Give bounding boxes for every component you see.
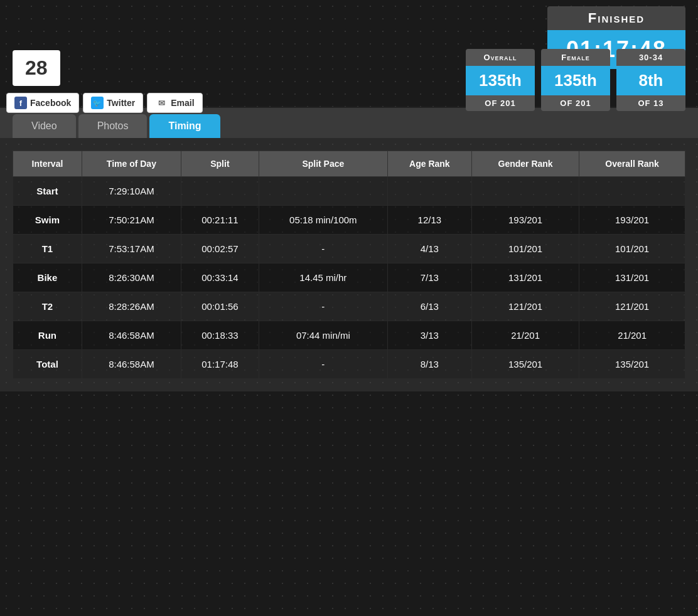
facebook-button[interactable]: f Facebook [6,93,79,113]
table-row: T17:53:17AM00:02:57-4/13101/201101/201 [13,235,685,263]
table-cell: 14.45 mi/hr [259,263,387,292]
table-cell: Start [13,177,82,206]
table-cell: 4/13 [387,235,471,263]
table-row: Swim7:50:21AM00:21:1105:18 min/100m12/13… [13,206,685,235]
rank-box: Overall 135th of 201 [466,49,535,111]
table-cell [387,177,471,206]
table-cell: 8:46:58AM [82,350,181,379]
facebook-label: Facebook [30,98,71,108]
table-cell [259,177,387,206]
table-cell: 135/201 [579,350,685,379]
finished-label: Finished [547,6,685,30]
table-cell: Bike [13,263,82,292]
table-cell: 00:01:56 [181,292,259,321]
table-cell: - [259,235,387,263]
table-cell: 00:02:57 [181,235,259,263]
rank-of: of 13 [616,95,685,111]
table-cell: 07:44 min/mi [259,321,387,350]
rank-of: of 201 [466,95,535,111]
table-cell: 7/13 [387,263,471,292]
table-header: Overall Rank [579,151,685,177]
table-header: Time of Day [82,151,181,177]
table-cell: 00:33:14 [181,263,259,292]
table-cell: 193/201 [579,206,685,235]
table-cell: Swim [13,206,82,235]
email-button[interactable]: ✉ Email [147,93,202,113]
twitter-button[interactable]: 🐦 Twitter [83,93,143,113]
table-cell: 131/201 [471,263,579,292]
table-cell: 135/201 [471,350,579,379]
table-cell: 7:50:21AM [82,206,181,235]
table-area: IntervalTime of DaySplitSplit PaceAge Ra… [0,138,698,391]
rank-label: Female [541,49,610,66]
rank-value: 135th [466,66,535,95]
table-cell: 21/201 [579,321,685,350]
rank-value: 8th [616,66,685,95]
table-row: Bike8:26:30AM00:33:1414.45 mi/hr7/13131/… [13,263,685,292]
table-cell: 7:29:10AM [82,177,181,206]
table-cell: 131/201 [579,263,685,292]
twitter-label: Twitter [107,98,135,108]
table-cell: T2 [13,292,82,321]
social-area: f Facebook 🐦 Twitter ✉ Email [6,93,203,113]
table-row: Run8:46:58AM00:18:3307:44 min/mi3/1321/2… [13,321,685,350]
table-cell: 05:18 min/100m [259,206,387,235]
tab-photos[interactable]: Photos [78,114,148,138]
table-header: Split [181,151,259,177]
rank-value: 135th [541,66,610,95]
table-cell: 21/201 [471,321,579,350]
table-cell: - [259,350,387,379]
bib-number: 28 [13,50,60,86]
table-row: T28:28:26AM00:01:56-6/13121/201121/201 [13,292,685,321]
table-cell [471,177,579,206]
table-cell: 121/201 [471,292,579,321]
rankings-area: Overall 135th of 201 Female 135th of 201… [466,49,685,111]
table-cell: 3/13 [387,321,471,350]
table-header: Split Pace [259,151,387,177]
table-header: Gender Rank [471,151,579,177]
table-row: Start7:29:10AM [13,177,685,206]
table-cell: 7:53:17AM [82,235,181,263]
table-cell: 12/13 [387,206,471,235]
table-cell: 6/13 [387,292,471,321]
table-cell: 01:17:48 [181,350,259,379]
twitter-icon: 🐦 [91,97,104,109]
table-cell: 8:28:26AM [82,292,181,321]
table-cell: 121/201 [579,292,685,321]
table-cell: T1 [13,235,82,263]
bib-area: 28 [13,50,60,86]
facebook-icon: f [14,97,27,109]
email-label: Email [171,98,194,108]
rank-box: Female 135th of 201 [541,49,610,111]
table-header: Interval [13,151,82,177]
table-row: Total8:46:58AM01:17:48-8/13135/201135/20… [13,350,685,379]
table-cell: Total [13,350,82,379]
table-header: Age Rank [387,151,471,177]
rank-box: 30-34 8th of 13 [616,49,685,111]
table-cell: 8/13 [387,350,471,379]
table-cell: 00:18:33 [181,321,259,350]
table-cell: 00:21:11 [181,206,259,235]
table-cell: Run [13,321,82,350]
rank-label: 30-34 [616,49,685,66]
table-cell: 101/201 [471,235,579,263]
table-cell: 193/201 [471,206,579,235]
table-cell [579,177,685,206]
tab-timing[interactable]: Timing [149,114,220,138]
table-cell: 8:26:30AM [82,263,181,292]
table-cell [181,177,259,206]
table-cell: - [259,292,387,321]
email-icon: ✉ [155,97,168,109]
rank-label: Overall [466,49,535,66]
timing-table: IntervalTime of DaySplitSplit PaceAge Ra… [13,151,685,379]
top-area: Finished 01:17:48 28 f Facebook 🐦 Twitte… [0,0,698,107]
rank-of: of 201 [541,95,610,111]
tab-video[interactable]: Video [13,114,76,138]
table-cell: 8:46:58AM [82,321,181,350]
table-cell: 101/201 [579,235,685,263]
